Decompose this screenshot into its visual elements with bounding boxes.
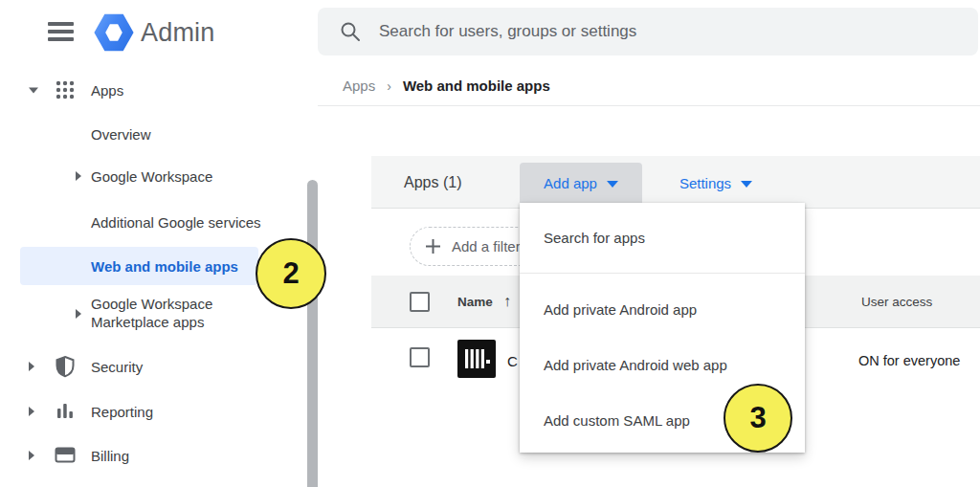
search-input[interactable]: [379, 8, 953, 55]
add-filter-label: Add a filter: [452, 238, 521, 255]
annotation-step-3: 3: [724, 384, 792, 453]
menu-item-add-private-android-app[interactable]: Add private Android app: [520, 281, 805, 337]
settings-button[interactable]: Settings: [670, 163, 762, 203]
caret-right-icon: [76, 171, 81, 181]
sidebar-scrollbar[interactable]: [307, 180, 318, 487]
sidebar-item-label: Google Workspace Marketplace apps: [91, 296, 258, 332]
settings-button-label: Settings: [679, 175, 731, 191]
menu-item-search-for-apps[interactable]: Search for apps: [520, 203, 805, 274]
apps-grid-icon: [54, 78, 77, 101]
column-header-user-access[interactable]: User access: [861, 295, 932, 309]
sidebar-item-additional-google-services[interactable]: Additional Google services: [0, 209, 318, 235]
google-admin-console: Admin Apps Overview Google Workspace Add…: [0, 0, 980, 487]
add-app-button[interactable]: Add app: [520, 163, 642, 203]
select-all-checkbox[interactable]: [410, 292, 430, 312]
panel-title: Apps (1): [404, 174, 461, 191]
sidebar-item-apps[interactable]: Apps: [0, 77, 318, 103]
caret-right-icon: [29, 362, 34, 371]
sidebar-item-label: Apps: [91, 82, 123, 99]
credit-card-icon: [54, 444, 77, 467]
plus-icon: [425, 238, 441, 255]
breadcrumb: Apps›Web and mobile apps: [343, 77, 550, 94]
caret-right-icon: [76, 309, 81, 319]
caret-down-icon: [29, 88, 38, 94]
sidebar-item-label: Google Workspace: [91, 168, 212, 185]
sidebar-item-label: Web and mobile apps: [91, 258, 238, 275]
menu-icon[interactable]: [48, 22, 74, 42]
sidebar-item-billing[interactable]: Billing: [0, 442, 318, 469]
sidebar-item-google-workspace[interactable]: Google Workspace: [0, 163, 318, 189]
breadcrumb-current: Web and mobile apps: [403, 77, 550, 94]
sidebar-item-label: Additional Google services: [91, 214, 261, 231]
caret-down-icon: [607, 181, 618, 188]
user-access-value: ON for everyone: [858, 353, 960, 368]
sidebar-item-overview[interactable]: Overview: [0, 121, 318, 147]
breadcrumb-parent[interactable]: Apps: [343, 77, 375, 94]
sidebar-item-security[interactable]: Security: [0, 353, 318, 380]
search-bar[interactable]: [318, 8, 978, 55]
sidebar-item-label: Overview: [91, 126, 151, 143]
caret-down-icon: [741, 181, 752, 188]
bar-chart-icon: [54, 400, 77, 423]
brand-title: Admin: [141, 18, 215, 48]
column-header-name[interactable]: Name: [457, 295, 493, 309]
shield-icon: [54, 355, 77, 378]
row-checkbox[interactable]: [410, 347, 430, 367]
app-logo-icon: [457, 340, 496, 378]
add-app-button-label: Add app: [544, 175, 597, 191]
sidebar-item-label: Billing: [91, 448, 129, 464]
sidebar-item-label: Security: [91, 359, 143, 375]
divider: [318, 105, 980, 106]
app-name: C: [507, 353, 518, 369]
sidebar-item-label: Reporting: [91, 404, 153, 420]
breadcrumb-separator-icon: ›: [387, 78, 391, 94]
sort-ascending-icon[interactable]: ↑: [503, 293, 511, 310]
caret-right-icon: [29, 407, 34, 416]
sidebar-item-reporting[interactable]: Reporting: [0, 398, 318, 425]
annotation-step-2: 2: [256, 238, 326, 309]
admin-logo-icon: [94, 13, 134, 52]
caret-right-icon: [29, 451, 34, 460]
